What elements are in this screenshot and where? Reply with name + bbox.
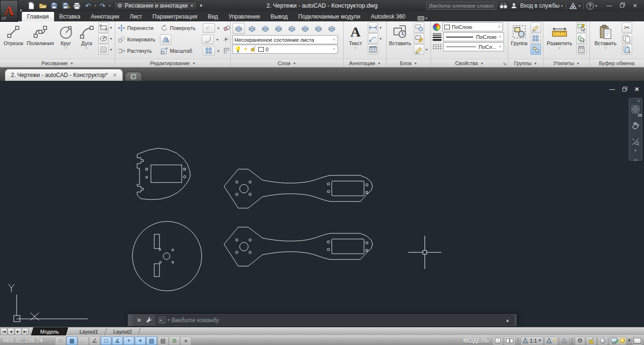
help-button[interactable]: ?▾	[587, 2, 597, 10]
dimension-button[interactable]	[368, 22, 378, 33]
toggle-grid-display[interactable]: ▦	[66, 336, 77, 345]
ribbon-tab-parametric[interactable]: Параметризация	[147, 12, 202, 21]
help-search-input[interactable]	[426, 2, 496, 10]
command-line-window[interactable]: ✕ >_ ▾ ▲	[127, 314, 517, 326]
panel-label-utilities[interactable]: Утилиты▼	[543, 59, 589, 67]
drawing-area[interactable]: — ✕ ✕ 2D ▼ ⊖ ✕ >_ ▾ ▲	[0, 81, 644, 327]
layout-next-button[interactable]: ▶	[15, 328, 21, 335]
recent-commands-caret-icon[interactable]: ▾	[168, 318, 169, 322]
layer-off-button[interactable]	[326, 23, 338, 34]
tab-model[interactable]: Модель	[31, 327, 68, 335]
ribbon-tab-annotate[interactable]: Аннотации	[85, 12, 124, 21]
group-selection-toggle[interactable]	[531, 44, 541, 55]
qat-new-button[interactable]	[26, 1, 37, 10]
new-drawing-tab-button[interactable]: +	[125, 72, 142, 81]
navigation-bar[interactable]: ✕ 2D ▼ ⊖	[629, 98, 642, 161]
layer-on-bulb-icon[interactable]: 💡	[234, 46, 242, 53]
group-button[interactable]: Группа	[510, 22, 528, 46]
file-tab-close-icon[interactable]: ✕	[112, 72, 117, 78]
tab-layout1[interactable]: Layout1	[72, 327, 105, 335]
measure-button[interactable]: Разметить ▼	[545, 22, 574, 50]
layer-freeze-button[interactable]	[312, 23, 325, 34]
toggle-ortho-mode[interactable]: ∟	[78, 336, 89, 345]
window-close-button[interactable]: ✕	[633, 2, 637, 9]
ribbon-tab-layout[interactable]: Лист	[124, 12, 147, 21]
doc-minimize-button[interactable]: —	[609, 87, 615, 92]
toggle-transparency[interactable]: ▨	[146, 336, 157, 345]
qat-open-button[interactable]	[37, 1, 48, 10]
navbar-close-icon[interactable]: ✕	[637, 99, 640, 103]
panel-label-block[interactable]: Блок▼	[387, 59, 430, 67]
toggle-dynamic-input[interactable]: +	[123, 336, 134, 345]
command-history-caret-icon[interactable]: ▲	[504, 318, 512, 323]
arc-button[interactable]: Дуга ▼	[77, 22, 96, 50]
ribbon-tab-plugins[interactable]: Подключаемые модули	[293, 12, 365, 21]
layer-state-dropdown[interactable]: Несохраненное состояние листа ▼	[233, 35, 338, 44]
linetype-dropdown[interactable]: ПоСл... ▼	[443, 42, 504, 51]
block-edit-caret-icon[interactable]: ▼	[425, 48, 429, 51]
panel-label-annotation[interactable]: Аннотации▼	[344, 59, 386, 67]
quick-select-button[interactable]	[576, 22, 587, 33]
ungroup-button[interactable]	[531, 22, 541, 33]
doc-close-button[interactable]: ✕	[635, 87, 639, 92]
drawings-quickview-button[interactable]	[504, 336, 515, 345]
undo-dropdown-caret-icon[interactable]: ▾	[94, 4, 96, 8]
line-button[interactable]: Отрезок	[2, 22, 25, 46]
workspace-switcher[interactable]: ⚙ Рисование и аннотации ▼	[114, 1, 197, 10]
qat-saveas-button[interactable]: ✎	[60, 1, 71, 10]
panel-label-groups[interactable]: Группы▼	[508, 59, 543, 67]
app-menu-button[interactable]: A LT	[0, 0, 18, 22]
leader-button[interactable]	[368, 33, 378, 44]
create-block-button[interactable]	[414, 22, 424, 33]
object-color-dropdown[interactable]: ПоСлою ▼	[442, 22, 503, 31]
toggle-snap-mode[interactable]: ∷	[55, 336, 66, 345]
leader-dropdown-caret-icon[interactable]: ▼	[379, 37, 383, 40]
copy-clip-button[interactable]	[622, 33, 632, 44]
toggle-selection-cycling[interactable]: ⧉	[169, 336, 180, 345]
lineweight-icon[interactable]	[433, 33, 441, 41]
cut-button[interactable]: ✂	[622, 22, 632, 33]
paste-dropdown-caret-icon[interactable]: ▼	[604, 46, 607, 50]
toggle-quick-properties[interactable]: ▤	[158, 336, 168, 345]
layer-match-button[interactable]	[246, 23, 258, 34]
block-edit-button[interactable]	[414, 44, 424, 55]
ui-lock-button[interactable]	[586, 336, 597, 345]
copy-with-base-point-button[interactable]	[622, 44, 632, 55]
redo-dropdown-caret-icon[interactable]: ▾	[109, 4, 111, 8]
panel-label-layers[interactable]: Слои▼	[231, 59, 343, 67]
array-button[interactable]	[203, 46, 215, 56]
qat-undo-button[interactable]: ↶	[83, 1, 93, 10]
ribbon-tab-autodesk360[interactable]: Autodesk 360	[365, 12, 411, 21]
trim-dropdown-caret-icon[interactable]: ▼	[216, 27, 220, 30]
isolate-objects-button[interactable]	[597, 336, 608, 345]
auto-annotation-scale-button[interactable]	[559, 336, 569, 345]
scale-button[interactable]: Масштаб	[170, 48, 201, 54]
select-similar-button[interactable]	[576, 33, 587, 44]
layer-thaw-sun-icon[interactable]: ☀	[243, 46, 248, 52]
status-overflow-caret-icon[interactable]: ▼	[627, 338, 631, 343]
window-minimize-button[interactable]: —	[607, 2, 612, 9]
table-button[interactable]	[368, 44, 378, 55]
dimension-dropdown-caret-icon[interactable]: ▼	[379, 26, 383, 29]
properties-dialog-launcher-icon[interactable]: ⇘	[503, 61, 506, 66]
paste-button[interactable]: Вставить ▼	[592, 22, 619, 50]
measure-dropdown-caret-icon[interactable]: ▼	[558, 46, 561, 50]
annotation-visibility-button[interactable]: ✦	[544, 336, 559, 345]
layout-prev-button[interactable]: ◀	[8, 328, 14, 335]
toggle-object-snap-tracking[interactable]: ∡	[112, 336, 123, 345]
copy-button[interactable]: Копировать	[127, 37, 159, 42]
layout-last-button[interactable]: ▶|	[22, 328, 28, 335]
lineweight-dropdown[interactable]: ПоСлою ▼	[443, 32, 504, 41]
array-dropdown-caret-icon[interactable]: ▼	[216, 49, 220, 53]
ellipse-dropdown-caret-icon[interactable]: ▼	[109, 37, 113, 40]
insert-block-button[interactable]: Вставить	[389, 22, 411, 46]
toggle-lineweight-display[interactable]: +	[135, 336, 146, 345]
quick-calc-button[interactable]	[576, 44, 587, 55]
command-line-settings-wrench-icon[interactable]	[145, 316, 156, 324]
polyline-button[interactable]: Полилиния	[27, 22, 54, 46]
fillet-button[interactable]	[202, 35, 214, 44]
hatch-button[interactable]	[98, 44, 109, 55]
fillet-dropdown-caret-icon[interactable]: ▼	[215, 38, 219, 41]
hardware-acceleration-button[interactable]	[609, 336, 626, 345]
mirror-button[interactable]	[160, 34, 171, 45]
